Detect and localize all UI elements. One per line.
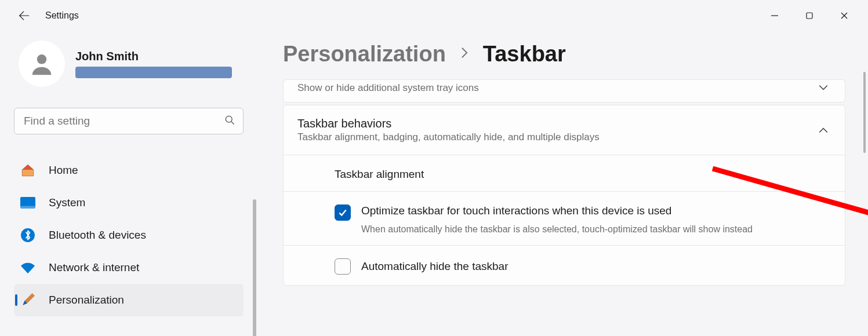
profile-block[interactable]: John Smith [14, 38, 244, 87]
checkbox-auto-hide[interactable] [335, 258, 351, 275]
check-icon [337, 207, 348, 218]
avatar [19, 41, 65, 87]
panel-taskbar-behaviors: Taskbar behaviors Taskbar alignment, bad… [283, 105, 845, 286]
minimize-icon [771, 12, 779, 20]
profile-info: John Smith [75, 50, 232, 78]
sidebar: John Smith Home System [0, 31, 257, 336]
arrow-left-icon [17, 9, 30, 22]
main-scrollbar[interactable] [863, 72, 866, 153]
setting-auto-hide: Automatically hide the taskbar [284, 246, 845, 285]
paintbrush-icon [20, 292, 36, 308]
sidebar-item-label: Network & internet [49, 261, 139, 274]
svg-point-5 [226, 116, 232, 122]
svg-rect-8 [20, 206, 35, 209]
bluetooth-icon [20, 227, 36, 243]
sidebar-item-label: Personalization [49, 294, 124, 306]
app-title: Settings [45, 10, 79, 21]
window-controls [758, 4, 861, 27]
back-button[interactable] [14, 6, 34, 25]
setting-label: Optimize taskbar for touch interactions … [361, 204, 831, 217]
sidebar-item-label: Bluetooth & devices [49, 229, 146, 242]
nav-list: Home System Bluetooth & devices Network … [14, 154, 244, 316]
sidebar-item-label: Home [49, 164, 78, 177]
wifi-icon [20, 260, 36, 276]
breadcrumb-parent[interactable]: Personalization [283, 42, 446, 67]
chevron-right-icon [460, 45, 469, 63]
panel-header[interactable]: Show or hide additional system tray icon… [284, 80, 845, 102]
checkbox-optimize-touch[interactable] [335, 204, 351, 221]
maximize-icon [805, 12, 813, 20]
profile-name: John Smith [75, 50, 232, 63]
page-title: Taskbar [483, 42, 566, 67]
minimize-button[interactable] [758, 4, 791, 27]
sidebar-item-label: System [49, 196, 85, 209]
search-wrap [14, 108, 244, 134]
sidebar-item-home[interactable]: Home [14, 154, 244, 187]
svg-line-6 [231, 122, 234, 125]
close-button[interactable] [827, 4, 861, 27]
svg-rect-1 [807, 13, 812, 19]
setting-label: Taskbar alignment [335, 168, 424, 181]
search-icon [224, 114, 235, 128]
person-icon [28, 50, 55, 77]
panel-subtitle: Taskbar alignment, badging, automaticall… [297, 132, 816, 143]
panel-title: Taskbar behaviors [297, 117, 816, 130]
svg-point-4 [37, 54, 46, 64]
panel-other-system-tray: Show or hide additional system tray icon… [283, 79, 845, 103]
setting-label: Automatically hide the taskbar [361, 260, 508, 273]
setting-hint: When automatically hide the taskbar is a… [361, 224, 831, 235]
chevron-up-icon [816, 123, 831, 138]
panel-header[interactable]: Taskbar behaviors Taskbar alignment, bad… [284, 105, 845, 155]
home-icon [20, 162, 36, 178]
sidebar-item-system[interactable]: System [14, 187, 244, 219]
maximize-button[interactable] [793, 4, 826, 27]
titlebar: Settings [0, 0, 868, 31]
svg-rect-7 [20, 197, 35, 207]
sidebar-item-network-internet[interactable]: Network & internet [14, 251, 244, 284]
main-content: Personalization Taskbar Show or hide add… [257, 31, 868, 336]
sidebar-item-personalization[interactable]: Personalization [14, 284, 244, 316]
sidebar-scrollbar[interactable] [253, 199, 256, 336]
chevron-down-icon [816, 80, 831, 95]
setting-optimize-touch: Optimize taskbar for touch interactions … [284, 192, 845, 246]
setting-taskbar-alignment: Taskbar alignment [284, 155, 845, 192]
profile-redacted-bar [75, 67, 232, 78]
breadcrumb: Personalization Taskbar [283, 42, 847, 67]
search-input[interactable] [14, 108, 244, 134]
behaviors-sub-list: Taskbar alignment Optimize taskbar for t… [284, 155, 845, 285]
close-icon [840, 12, 848, 20]
panel-subtitle: Show or hide additional system tray icon… [297, 82, 816, 94]
sidebar-item-bluetooth-devices[interactable]: Bluetooth & devices [14, 219, 244, 251]
system-icon [20, 195, 36, 211]
